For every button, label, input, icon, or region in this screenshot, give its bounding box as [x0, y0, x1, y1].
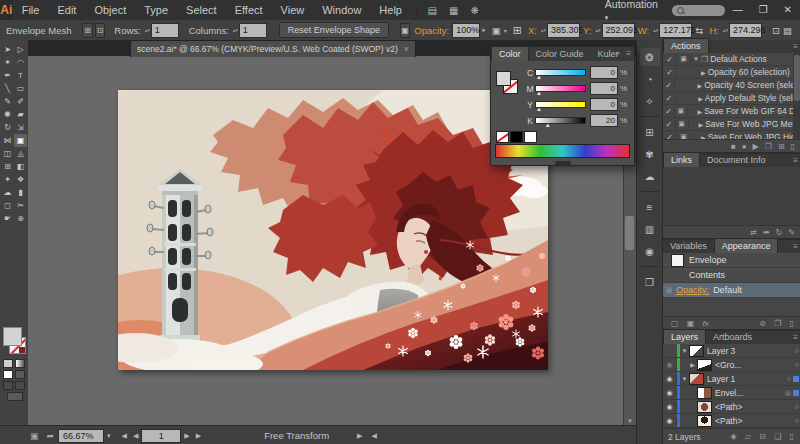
- menu-window[interactable]: Window: [313, 0, 370, 20]
- tab-variables[interactable]: Variables: [663, 239, 714, 253]
- stop-button[interactable]: ■: [731, 142, 736, 151]
- cyan-value-field[interactable]: 0: [590, 66, 618, 79]
- add-fill-button[interactable]: ▣: [687, 319, 695, 328]
- menu-select[interactable]: Select: [177, 0, 226, 20]
- status-icon-1[interactable]: ▣: [30, 431, 39, 441]
- shape-builder-tool[interactable]: ◫: [1, 147, 14, 160]
- clear-appearance-button[interactable]: ⊘: [759, 319, 766, 328]
- style-icon[interactable]: ▣: [400, 23, 410, 38]
- panel-menu-icon[interactable]: ≡: [793, 333, 798, 342]
- add-effect-button[interactable]: fx: [703, 319, 709, 328]
- pencil-tool[interactable]: ✐: [14, 95, 27, 108]
- target-icon[interactable]: ◎: [785, 389, 791, 397]
- pen-tool[interactable]: ✒: [1, 69, 14, 82]
- layer-name[interactable]: <Path>: [715, 416, 795, 426]
- perspective-grid-tool[interactable]: ◬: [14, 147, 27, 160]
- artboard-tool[interactable]: ◻: [1, 199, 14, 212]
- expand-icon[interactable]: ▼: [680, 348, 689, 354]
- visibility-toggle[interactable]: ◉: [663, 389, 677, 397]
- expand-icon[interactable]: ▶: [699, 121, 704, 128]
- magenta-slider[interactable]: ▲: [535, 85, 586, 92]
- expand-icon[interactable]: ▼: [693, 56, 699, 62]
- bridge-icon[interactable]: ▤: [422, 5, 443, 16]
- eyedropper-tool[interactable]: ✦: [1, 173, 14, 186]
- layer-name[interactable]: <Path>: [715, 402, 795, 412]
- cs-live-icon[interactable]: ❋: [464, 5, 484, 16]
- status-icon-2[interactable]: ➦: [47, 431, 55, 441]
- layer-name[interactable]: Layer 3: [707, 346, 795, 356]
- appearance-row-opacity[interactable]: ◎ Opacity: Default: [663, 283, 800, 298]
- status-collapse-icon[interactable]: ◀: [371, 432, 376, 440]
- transparency-panel-icon[interactable]: ◉: [640, 242, 660, 260]
- y-stepper[interactable]: ▴▾: [596, 28, 601, 32]
- mesh-tool[interactable]: ⊞: [1, 160, 14, 173]
- h-field[interactable]: 274.296 pt: [729, 23, 762, 38]
- direct-selection-tool[interactable]: ▷: [14, 43, 27, 56]
- edit-envelope-button[interactable]: ⊞: [82, 23, 92, 38]
- visibility-toggle[interactable]: ◉: [663, 375, 677, 383]
- opacity-link-label[interactable]: Opacity:: [676, 285, 709, 295]
- blob-brush-tool[interactable]: ✺: [1, 108, 14, 121]
- minimize-button[interactable]: —: [725, 0, 751, 20]
- layer-row-group[interactable]: ◉ ▶ <Gro... ○: [663, 358, 800, 372]
- new-layer-button[interactable]: ❏: [774, 432, 781, 441]
- tab-links[interactable]: Links: [663, 152, 700, 167]
- dialog-toggle-icon[interactable]: ▣: [677, 133, 691, 139]
- status-menu-arrow-icon[interactable]: ▶: [357, 432, 362, 440]
- x-field[interactable]: 385.305 pt: [547, 23, 580, 38]
- add-stroke-button[interactable]: ▢: [671, 319, 679, 328]
- dialog-toggle-icon[interactable]: ▣: [676, 120, 689, 128]
- layer-row-envelope[interactable]: ◉ Envel... ◎: [663, 386, 800, 400]
- opacity-arrow-icon[interactable]: ▸: [482, 26, 486, 34]
- layer-row-path2[interactable]: ◉ <Path> ○: [663, 414, 800, 428]
- none-swatch[interactable]: [496, 131, 509, 143]
- yellow-value-field[interactable]: 0: [590, 98, 618, 111]
- menu-type[interactable]: Type: [135, 0, 177, 20]
- play-button[interactable]: ▶: [753, 142, 759, 151]
- magic-wand-tool[interactable]: ✶: [1, 56, 14, 69]
- scrollbar-thumb[interactable]: [625, 216, 634, 250]
- graphic-styles-panel-icon[interactable]: ☁: [640, 167, 660, 185]
- locate-object-button[interactable]: ◈: [730, 432, 736, 441]
- collapse-icon[interactable]: »: [616, 49, 620, 58]
- none-mode-button[interactable]: [3, 370, 13, 379]
- expand-icon[interactable]: ▼: [680, 376, 689, 382]
- w-stepper[interactable]: ▴▾: [653, 28, 658, 32]
- tab-artboards[interactable]: Artboards: [706, 330, 759, 344]
- restore-button[interactable]: ❐: [751, 0, 776, 20]
- artboard-number-field[interactable]: 1: [141, 429, 181, 443]
- action-item[interactable]: ✓ ▣ ▶ Save For Web JPG Medium: [663, 118, 800, 131]
- rectangle-tool[interactable]: ▭: [14, 82, 27, 95]
- tab-kuler[interactable]: Kuler: [591, 47, 626, 61]
- gradient-tool[interactable]: ◧: [14, 160, 27, 173]
- dialog-toggle-icon[interactable]: ▣: [675, 107, 687, 115]
- actions-scrollbar[interactable]: [793, 53, 800, 139]
- slider-marker[interactable]: ▲: [536, 107, 542, 112]
- go-to-link-icon[interactable]: ➦: [763, 228, 770, 237]
- reset-envelope-shape-button[interactable]: Reset Envelope Shape: [279, 22, 389, 38]
- workspace-switcher[interactable]: Automation ▾: [605, 0, 658, 22]
- menu-object[interactable]: Object: [85, 0, 135, 20]
- black-slider[interactable]: ▲: [535, 117, 586, 124]
- transform-icon[interactable]: ⊡: [772, 25, 780, 36]
- y-field[interactable]: 252.091 pt: [602, 23, 635, 38]
- gradient-panel-icon[interactable]: ▥: [640, 220, 660, 238]
- color-spectrum-bar[interactable]: [495, 144, 630, 158]
- blend-tool[interactable]: ❖: [14, 173, 27, 186]
- artboard[interactable]: [118, 90, 548, 370]
- symbol-sprayer-tool[interactable]: ☁: [1, 186, 14, 199]
- panel-menu-icon[interactable]: ≡: [793, 242, 798, 251]
- edit-original-icon[interactable]: ✎: [788, 228, 795, 237]
- tab-document-info[interactable]: Document Info: [700, 153, 773, 167]
- expand-icon[interactable]: ▶: [701, 134, 706, 140]
- white-swatch[interactable]: [524, 131, 537, 143]
- action-item[interactable]: ✓ ▣ ▼ ❐ Default Actions: [663, 53, 800, 66]
- tab-color-guide[interactable]: Color Guide: [529, 47, 591, 61]
- control-panel-options-icon[interactable]: ▤: [783, 25, 792, 36]
- record-button[interactable]: ●: [742, 142, 747, 151]
- zoom-tool[interactable]: ⊕: [14, 212, 27, 225]
- selection-tool[interactable]: ➤: [1, 43, 14, 56]
- panel-menu-icon[interactable]: ≡: [793, 156, 798, 165]
- check-icon[interactable]: ✓: [663, 120, 676, 129]
- layer-row-layer3[interactable]: ▼ Layer 3 ○: [663, 344, 800, 358]
